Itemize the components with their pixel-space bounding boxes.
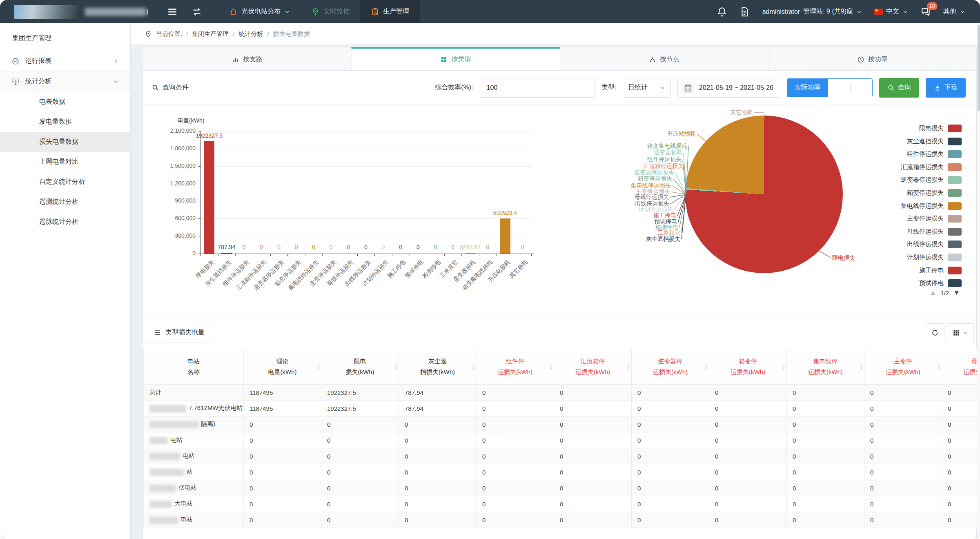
x-axis-tickmark	[410, 254, 410, 256]
legend-page-label: 1/2	[940, 290, 949, 296]
pie-label-箱变停运损失: 箱变停运损失	[638, 175, 672, 183]
column-settings-button[interactable]	[947, 323, 974, 342]
sort-icon[interactable]: ▴▾	[550, 363, 552, 370]
refresh-button[interactable]	[926, 323, 944, 342]
nav-item-光伏电站分布[interactable]: 光伏电站分布	[218, 0, 301, 23]
column-header-理论电量(kWh)[interactable]: 理论电量(kWh)▴▾	[244, 349, 321, 385]
legend-page-up-icon[interactable]: ▲	[929, 289, 936, 297]
more-menu[interactable]: 其他	[943, 7, 965, 16]
legend-item-主变停运损失[interactable]: 主变停运损失	[907, 215, 962, 223]
legend-page-down-icon[interactable]: ▼	[953, 289, 960, 297]
efficiency-input[interactable]	[480, 78, 595, 98]
column-header-组件停运损失(kWh)[interactable]: 组件停运损失(kWh)▴▾	[477, 349, 554, 385]
page-scrollbar[interactable]	[977, 23, 980, 539]
table-row[interactable]: 隔离)0000000000	[144, 416, 977, 432]
table-row[interactable]: 站0000000000	[144, 464, 977, 480]
column-header-集电线停运损失(kWh)[interactable]: 集电线停运损失(kWh)▴▾	[787, 349, 864, 385]
sidebar-item-上网电量对比[interactable]: 上网电量对比	[0, 152, 130, 172]
breadcrumb-item[interactable]: 集团生产管理	[192, 30, 229, 38]
sort-icon[interactable]: ▴▾	[395, 363, 397, 370]
sort-icon[interactable]: ▴▾	[938, 363, 940, 370]
sidebar-item-自定义统计分析[interactable]: 自定义统计分析	[0, 172, 130, 192]
table-row[interactable]: 电站0000000000	[144, 432, 977, 448]
tab-按类型[interactable]: 按类型	[351, 47, 559, 70]
value-cell: 0	[709, 416, 787, 432]
bar-value-label: 0	[364, 244, 368, 250]
column-header-母线停运损失(kWh)[interactable]: 母线停运损失(kWh)▴▾	[942, 349, 977, 385]
table-row[interactable]: 7.7612MW光伏电站11874951922327.5787.94000000…	[144, 401, 977, 416]
legend-item-预试停电[interactable]: 预试停电	[919, 279, 962, 287]
value-cell: 0	[477, 416, 554, 432]
document-icon[interactable]	[739, 7, 750, 17]
value-cell: 0	[399, 416, 477, 432]
type-select[interactable]: 日统计	[623, 78, 671, 98]
tab-按功率[interactable]: 按功率	[768, 47, 976, 70]
x-axis-tickmark	[218, 254, 218, 256]
breadcrumb-prefix: 当前位置:	[156, 30, 182, 38]
sidebar-group-运行报表[interactable]: 运行报表	[0, 51, 130, 71]
download-button[interactable]: 下载	[926, 78, 966, 98]
messages-button[interactable]: 10	[920, 7, 931, 17]
value-cell: 0	[632, 401, 709, 416]
column-header-灰尘遮挡损失(kWh)[interactable]: 灰尘遮挡损失(kWh)▴▾	[399, 349, 477, 385]
legend-item-逆变器停运损失[interactable]: 逆变器停运损失	[901, 176, 962, 184]
search-button[interactable]: 查询	[879, 78, 919, 98]
sort-icon[interactable]: ▴▾	[783, 363, 785, 370]
y-axis-tick-label: 1,800,000	[143, 145, 196, 151]
legend-item-组件停运损失[interactable]: 组件停运损失	[907, 150, 962, 158]
legend-item-箱变停运损失[interactable]: 箱变停运损失	[907, 189, 962, 197]
table-row[interactable]: 电站0000000000	[144, 448, 977, 464]
column-header-限电损失(kWh)[interactable]: 限电损失(kWh)▴▾	[321, 349, 399, 385]
tab-bar: 按支路按类型按节点按功率	[143, 47, 976, 71]
sort-icon[interactable]: ▴▾	[317, 363, 319, 370]
sidebar-item-发电量数据[interactable]: 发电量数据	[0, 112, 130, 132]
legend-item-计划停运损失[interactable]: 计划停运损失	[907, 254, 962, 261]
value-cell: 0	[244, 432, 321, 448]
column-header-箱变停运损失(kWh)[interactable]: 箱变停运损失(kWh)▴▾	[709, 349, 787, 385]
loss-bar-chart: 电量(kWh)0300,000600,000900,0001,200,0001,…	[143, 107, 625, 313]
tab-按节点[interactable]: 按节点	[560, 47, 768, 70]
scrollbar-thumb[interactable]	[978, 25, 980, 111]
sort-icon[interactable]: ▴▾	[628, 363, 630, 370]
type-loss-table-button[interactable]: 类型损失电量	[146, 322, 212, 343]
legend-item-集电线停运损失[interactable]: 集电线停运损失	[901, 202, 962, 210]
hamburger-icon[interactable]	[167, 7, 178, 17]
nav-item-实时监控[interactable]: 实时监控	[301, 0, 360, 23]
sort-icon[interactable]: ▴▾	[705, 363, 707, 370]
breadcrumb-item[interactable]: 统计分析	[239, 30, 263, 38]
legend-item-灰尘遮挡损失[interactable]: 灰尘遮挡损失	[907, 138, 962, 145]
table-row[interactable]: 伏电站0000000000	[144, 480, 977, 496]
sort-icon[interactable]: ▴▾	[860, 363, 862, 370]
column-header-汇流箱停运损失(kWh)[interactable]: 汇流箱停运损失(kWh)▴▾	[554, 349, 632, 385]
swap-arrows-icon[interactable]	[192, 7, 202, 17]
table-row[interactable]: 总计11874951922327.5787.940000000	[144, 385, 977, 401]
pie[interactable]	[685, 116, 843, 273]
user-menu[interactable]: administrator 管理站: 9 (共9)座	[762, 7, 862, 16]
power-mode-toggle[interactable]: 实际功率 |	[787, 78, 873, 97]
station-selector: 管理站: 9 (共9)座	[803, 7, 853, 16]
value-cell: 0	[942, 464, 977, 480]
column-header-逆变器停运损失(kWh)[interactable]: 逆变器停运损失(kWh)▴▾	[632, 349, 709, 385]
table-row[interactable]: 电站0000000000	[144, 512, 977, 528]
sidebar-item-电表数据[interactable]: 电表数据	[0, 92, 130, 112]
legend-item-出线停运损失[interactable]: 出线停运损失	[907, 241, 962, 248]
table-row[interactable]: 大电站0000000000	[144, 496, 977, 512]
y-axis-title: 电量(kWh)	[178, 117, 204, 125]
date-range-picker[interactable]: 2021-05-19 ~ 2021-05-26	[677, 78, 780, 98]
column-header-主变停运损失(kWh)[interactable]: 主变停运损失(kWh)▴▾	[864, 349, 942, 385]
redacted-name-prefix	[149, 485, 176, 492]
tab-按支路[interactable]: 按支路	[143, 47, 351, 70]
legend-item-母线停运损失[interactable]: 母线停运损失	[907, 228, 962, 236]
x-axis-tickmark	[427, 254, 427, 256]
nav-item-生产管理[interactable]: 生产管理	[360, 0, 420, 23]
legend-item-施工停电[interactable]: 施工停电	[919, 267, 962, 274]
sidebar-item-损失电量数据[interactable]: 损失电量数据	[0, 132, 130, 152]
sort-icon[interactable]: ▴▾	[472, 363, 474, 370]
language-selector[interactable]: 中文	[874, 7, 908, 16]
sidebar-item-遥测统计分析[interactable]: 遥测统计分析	[0, 192, 130, 212]
sidebar-group-统计分析[interactable]: 统计分析	[0, 71, 130, 92]
bell-icon[interactable]	[717, 7, 727, 17]
legend-item-限电损失[interactable]: 限电损失	[919, 125, 962, 132]
sidebar-item-遥脉统计分析[interactable]: 遥脉统计分析	[0, 212, 130, 232]
legend-item-汇流箱停运损失[interactable]: 汇流箱停运损失	[901, 163, 962, 171]
